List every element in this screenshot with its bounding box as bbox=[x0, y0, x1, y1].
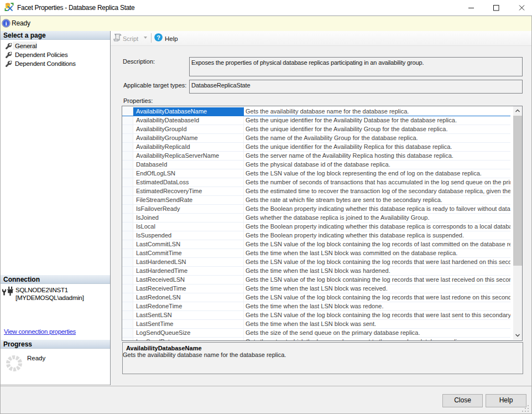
svg-text:?: ? bbox=[157, 34, 160, 41]
svg-text:i: i bbox=[5, 20, 7, 27]
